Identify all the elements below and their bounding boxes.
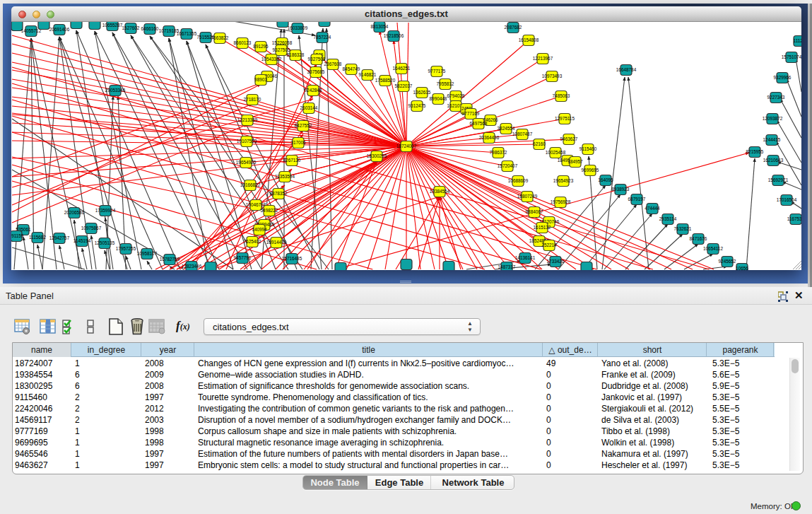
svg-text:6497568: 6497568	[470, 121, 488, 126]
svg-text:8267130: 8267130	[283, 158, 301, 163]
svg-text:6466160: 6466160	[141, 26, 159, 31]
svg-text:8471676: 8471676	[690, 236, 707, 241]
svg-text:317006: 317006	[290, 140, 306, 145]
svg-text:7663822: 7663822	[211, 35, 229, 40]
svg-text:10025458: 10025458	[546, 150, 566, 155]
svg-text:2718170: 2718170	[244, 97, 261, 102]
svg-text:18300295: 18300295	[367, 153, 387, 158]
svg-text:16648784: 16648784	[616, 67, 637, 72]
svg-text:1733426: 1733426	[547, 259, 565, 264]
svg-text:16033809: 16033809	[288, 25, 308, 30]
svg-text:10688609: 10688609	[508, 178, 529, 183]
svg-text:17957255: 17957255	[116, 246, 136, 251]
svg-text:15720407: 15720407	[498, 163, 518, 168]
svg-text:20691406: 20691406	[49, 27, 70, 32]
svg-text:140994: 140994	[252, 227, 267, 232]
svg-text:474444: 474444	[645, 206, 660, 211]
svg-text:20206586: 20206586	[64, 210, 85, 215]
svg-text:10543382: 10543382	[261, 57, 282, 62]
svg-text:8454749: 8454749	[343, 66, 360, 71]
svg-text:16782759: 16782759	[160, 257, 180, 262]
svg-text:12213967: 12213967	[533, 56, 553, 61]
svg-text:16154808: 16154808	[519, 37, 539, 42]
svg-text:8813054: 8813054	[371, 24, 389, 29]
svg-text:12093872: 12093872	[763, 116, 783, 121]
svg-text:2367608: 2367608	[324, 62, 342, 66]
svg-text:184957: 184957	[567, 159, 583, 164]
svg-text:19218506: 19218506	[384, 33, 404, 38]
svg-text:9463627: 9463627	[560, 136, 578, 141]
svg-text:2603144: 2603144	[300, 105, 318, 110]
svg-text:9777169: 9777169	[462, 111, 480, 116]
svg-text:1615132: 1615132	[534, 225, 551, 230]
svg-text:164095: 164095	[598, 177, 613, 182]
svg-text:1244415: 1244415	[763, 137, 781, 142]
svg-text:9327505: 9327505	[273, 47, 290, 52]
svg-text:12942757: 12942757	[49, 235, 70, 240]
svg-text:8878352: 8878352	[270, 191, 288, 196]
svg-text:1115682: 1115682	[29, 235, 46, 240]
svg-text:9329966: 9329966	[774, 75, 792, 80]
svg-text:10654112: 10654112	[703, 246, 723, 251]
svg-text:3824554: 3824554	[498, 126, 515, 131]
svg-text:10973493: 10973493	[542, 74, 563, 78]
svg-text:9327508: 9327508	[308, 57, 326, 62]
svg-text:9777175: 9777175	[428, 69, 446, 74]
svg-text:2087682: 2087682	[505, 25, 522, 30]
svg-text:10656: 10656	[736, 266, 748, 270]
svg-text:1145194: 1145194	[73, 238, 91, 243]
svg-text:10807487: 10807487	[512, 132, 533, 136]
svg-text:16671355: 16671355	[177, 31, 197, 36]
svg-text:1527602: 1527602	[122, 25, 140, 30]
svg-text:12505135: 12505135	[95, 240, 115, 245]
svg-text:7986372: 7986372	[490, 150, 507, 155]
svg-text:98903: 98903	[254, 77, 267, 82]
svg-text:10958107: 10958107	[137, 251, 158, 256]
svg-text:29053346: 29053346	[105, 88, 126, 93]
svg-text:3375685: 3375685	[307, 69, 325, 74]
svg-text:7485063: 7485063	[553, 93, 570, 98]
svg-text:12823446: 12823446	[182, 264, 202, 269]
svg-text:1362615: 1362615	[413, 90, 431, 95]
svg-text:15751074: 15751074	[782, 54, 801, 59]
svg-text:2935114: 2935114	[659, 216, 677, 221]
svg-text:10655287: 10655287	[102, 23, 123, 28]
svg-text:391159: 391159	[11, 233, 24, 238]
svg-text:20364436: 20364436	[479, 135, 500, 140]
svg-text:62160: 62160	[533, 141, 546, 146]
svg-text:9312475: 9312475	[408, 103, 426, 108]
svg-text:252214: 252214	[541, 243, 557, 247]
svg-text:14055712: 14055712	[21, 28, 42, 33]
svg-text:8427552: 8427552	[295, 123, 312, 128]
svg-text:9242848: 9242848	[305, 88, 322, 93]
svg-text:9227343: 9227343	[767, 95, 785, 100]
svg-text:891295: 891295	[253, 44, 269, 49]
svg-text:19756928: 19756928	[551, 199, 571, 204]
svg-text:11127: 11127	[794, 38, 801, 43]
svg-text:7632621: 7632621	[674, 226, 692, 231]
svg-text:10975867: 10975867	[81, 226, 102, 230]
svg-text:8660123: 8660123	[234, 40, 252, 45]
svg-text:9699695: 9699695	[582, 168, 599, 173]
svg-text:18724007: 18724007	[396, 144, 417, 148]
svg-text:9457791: 9457791	[234, 255, 252, 260]
svg-text:18807249: 18807249	[517, 194, 538, 199]
svg-text:19654923: 19654923	[553, 178, 574, 183]
svg-text:6879197: 6879197	[628, 197, 646, 201]
svg-text:15692971: 15692971	[768, 177, 789, 182]
svg-text:12975115: 12975115	[555, 116, 575, 121]
svg-text:8938923: 8938923	[612, 187, 630, 192]
svg-text:19384554: 19384554	[430, 189, 450, 194]
svg-text:8215955: 8215955	[746, 149, 764, 154]
svg-text:16914479: 16914479	[266, 240, 287, 245]
svg-text:17588520: 17588520	[375, 78, 396, 83]
svg-text:10046768: 10046768	[246, 202, 266, 207]
svg-text:9146821: 9146821	[359, 72, 377, 77]
svg-text:6794028: 6794028	[447, 93, 465, 98]
svg-text:1487317: 1487317	[498, 264, 516, 269]
svg-text:8990448: 8990448	[430, 96, 447, 101]
svg-text:16210643: 16210643	[763, 158, 784, 163]
svg-text:1646251: 1646251	[393, 66, 411, 71]
svg-text:17359924: 17359924	[95, 208, 116, 213]
svg-text:11353594: 11353594	[275, 174, 295, 179]
